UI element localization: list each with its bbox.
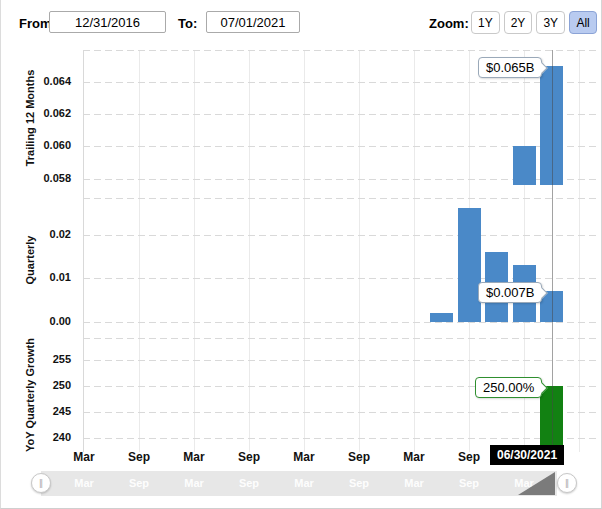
gridline-vertical — [194, 50, 195, 452]
y-tick-label: 250 — [21, 379, 71, 391]
navigator-tick-label: Sep — [227, 477, 271, 489]
gridline-horizontal — [83, 338, 599, 339]
navigator-tick-label: Sep — [117, 477, 161, 489]
zoom-range-label: Zoom: — [429, 16, 469, 31]
chart-bar-2020-09-30[interactable] — [458, 208, 481, 322]
zoom-button-1y[interactable]: 1Y — [471, 11, 500, 34]
y-tick-label: 0.00 — [21, 315, 71, 327]
y-tick-label: 0.062 — [21, 107, 71, 119]
x-tick-label: Sep — [117, 450, 161, 464]
y-tick-label: 0.060 — [21, 139, 71, 151]
gridline-horizontal — [83, 438, 599, 439]
gridline-horizontal — [83, 360, 599, 361]
plot-border-left — [83, 50, 84, 452]
stock-metric-chart-widget: From: To: Zoom: 1Y2Y3YAll 06/30/2021 Tra… — [0, 0, 602, 509]
gridline-vertical — [249, 50, 250, 452]
zoom-button-2y[interactable]: 2Y — [504, 11, 533, 34]
y-tick-label: 0.058 — [21, 172, 71, 184]
gridline-horizontal — [83, 82, 599, 83]
x-tick-label: Mar — [172, 450, 216, 464]
zoom-button-all[interactable]: All — [569, 11, 597, 34]
y-tick-label: 0.064 — [21, 75, 71, 87]
gridline-vertical — [359, 50, 360, 452]
gridline-vertical — [139, 50, 140, 452]
x-tick-label: Mar — [62, 450, 106, 464]
chart-bar-2021-03-31[interactable] — [513, 146, 536, 185]
gridline-horizontal — [83, 50, 599, 51]
navigator-resize-triangle — [518, 472, 555, 495]
gridline-vertical — [414, 50, 415, 452]
navigator-handle-right[interactable]: ∥ — [557, 473, 577, 493]
navigator-tick-label: Sep — [337, 477, 381, 489]
x-tick-label: Mar — [282, 450, 326, 464]
y-tick-label: 255 — [21, 353, 71, 365]
from-date-input[interactable] — [49, 11, 166, 33]
y-tick-label: 245 — [21, 405, 71, 417]
tooltip-quarterly: $0.007B — [478, 282, 542, 303]
navigator-handle-left[interactable]: ∥ — [31, 473, 51, 493]
x-tick-label: Mar — [392, 450, 436, 464]
selected-date-flag: 06/30/2021 — [490, 445, 564, 465]
gridline-horizontal — [83, 114, 599, 115]
navigator-tick-label: Mar — [62, 477, 106, 489]
y-tick-label: 240 — [21, 431, 71, 443]
navigator-tick-label: Sep — [447, 477, 491, 489]
to-label: To: — [178, 16, 197, 31]
tooltip-yoy_quarterly_growth: 250.00% — [475, 377, 542, 398]
crosshair-line — [552, 50, 553, 452]
x-tick-label: Sep — [447, 450, 491, 464]
zoom-button-group: 1Y2Y3YAll — [471, 11, 597, 34]
x-tick-label: Sep — [227, 450, 271, 464]
gridline-horizontal — [83, 198, 599, 199]
to-date-input[interactable] — [206, 11, 300, 33]
gridline-horizontal — [83, 412, 599, 413]
gridline-vertical — [304, 50, 305, 452]
navigator-tick-label: Mar — [392, 477, 436, 489]
y-tick-label: 0.02 — [21, 228, 71, 240]
gridline-horizontal — [83, 322, 599, 323]
zoom-button-3y[interactable]: 3Y — [536, 11, 565, 34]
navigator-tick-label: Mar — [172, 477, 216, 489]
gridline-vertical — [579, 50, 580, 452]
x-tick-label: Sep — [337, 450, 381, 464]
chart-bar-2020-06-30[interactable] — [430, 313, 453, 322]
navigator-tick-label: Mar — [282, 477, 326, 489]
gridline-horizontal — [83, 235, 599, 236]
y-tick-label: 0.01 — [21, 271, 71, 283]
tooltip-trailing_12_months: $0.065B — [478, 57, 542, 78]
